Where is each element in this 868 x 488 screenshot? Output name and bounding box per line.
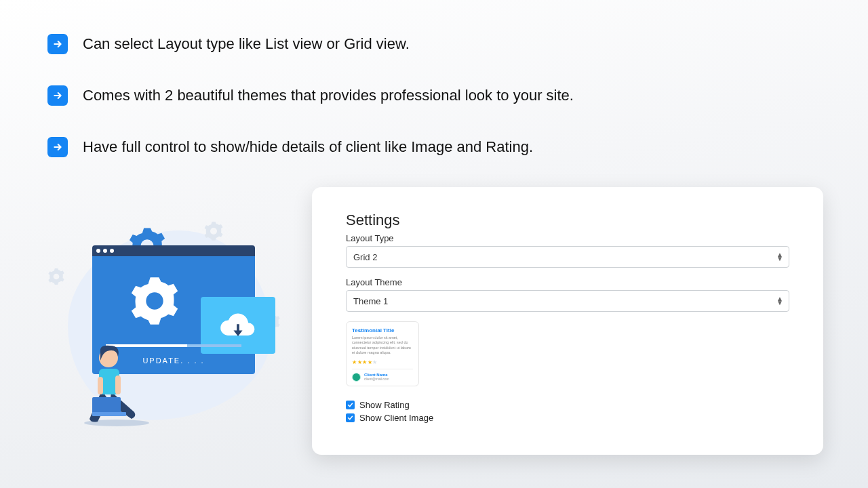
feature-item: Comes with 2 beautiful themes that provi… <box>47 85 868 106</box>
layout-type-value: Grid 2 <box>353 252 377 262</box>
settings-title: Settings <box>346 211 789 229</box>
testimonial-preview: Testimonial Title Lorem ipsum dolor sit … <box>346 321 419 386</box>
gear-icon <box>203 221 224 241</box>
layout-theme-value: Theme 1 <box>353 296 388 306</box>
layout-theme-select[interactable]: Theme 1 ▲▼ <box>346 290 789 312</box>
person-with-laptop <box>69 332 151 427</box>
divider <box>352 369 413 369</box>
feature-item: Have full control to show/hide details o… <box>47 137 868 157</box>
feature-text: Can select Layout type like List view or… <box>83 35 410 53</box>
avatar-icon <box>352 373 361 382</box>
select-caret-icon: ▲▼ <box>776 297 783 305</box>
svg-rect-6 <box>115 375 121 394</box>
client-info: Client Name client@mail.com <box>352 373 413 382</box>
feature-text: Have full control to show/hide details o… <box>83 138 533 156</box>
feature-text: Comes with 2 beautiful themes that provi… <box>83 87 574 104</box>
settings-illustration: UPDATE. . . . <box>41 217 278 434</box>
show-rating-label: Show Rating <box>359 400 410 410</box>
show-client-image-checkbox[interactable] <box>346 413 355 422</box>
arrow-right-icon <box>47 137 68 157</box>
layout-type-select[interactable]: Grid 2 ▲▼ <box>346 246 789 268</box>
client-email: client@mail.com <box>364 377 389 381</box>
show-client-image-row: Show Client Image <box>346 413 789 423</box>
show-rating-row: Show Rating <box>346 400 789 410</box>
svg-rect-4 <box>92 412 126 416</box>
feature-list: Can select Layout type like List view or… <box>0 0 868 157</box>
gear-icon <box>47 268 65 285</box>
gear-icon <box>129 275 180 327</box>
svg-rect-5 <box>98 377 103 394</box>
settings-panel: Settings Layout Type Grid 2 ▲▼ Layout Th… <box>312 187 823 455</box>
preview-body: Lorem ipsum dolor sit amet, consectetur … <box>352 336 413 356</box>
show-rating-checkbox[interactable] <box>346 401 355 409</box>
cloud-download-icon <box>218 308 258 342</box>
layout-type-label: Layout Type <box>346 233 789 243</box>
show-client-image-label: Show Client Image <box>359 413 433 423</box>
select-caret-icon: ▲▼ <box>776 253 783 261</box>
preview-title: Testimonial Title <box>352 327 413 333</box>
layout-theme-label: Layout Theme <box>346 277 789 287</box>
feature-item: Can select Layout type like List view or… <box>47 34 868 54</box>
arrow-right-icon <box>47 85 68 106</box>
rating-stars: ★★★★★ <box>352 359 413 365</box>
arrow-right-icon <box>47 34 68 54</box>
